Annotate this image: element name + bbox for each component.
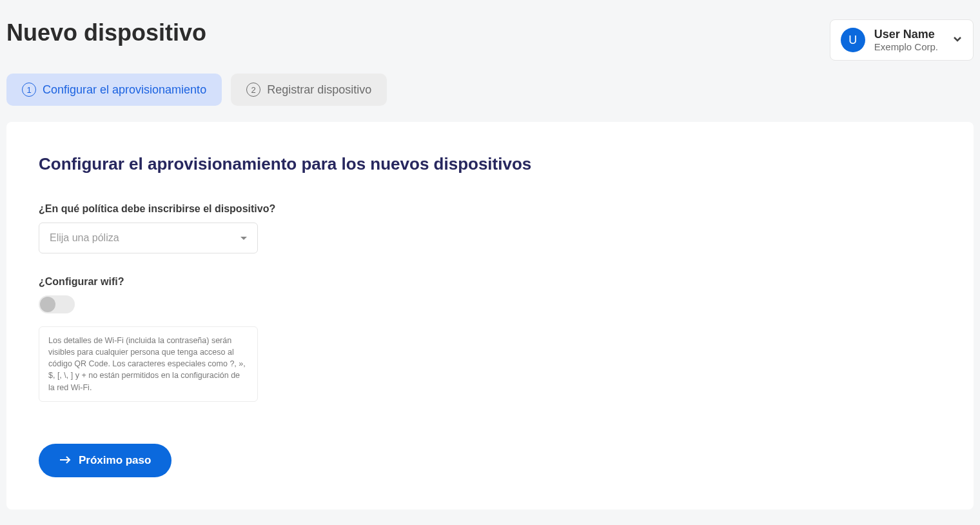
- tab-configure-provisioning[interactable]: 1 Configurar el aprovisionamiento: [6, 74, 222, 106]
- policy-select[interactable]: Elija una póliza: [39, 223, 258, 253]
- avatar: U: [841, 28, 865, 52]
- wifi-label: ¿Configurar wifi?: [39, 276, 941, 288]
- policy-label: ¿En qué política debe inscribirse el dis…: [39, 203, 941, 215]
- page-title: Nuevo dispositivo: [6, 19, 206, 46]
- panel-title: Configurar el aprovisionamiento para los…: [39, 154, 941, 174]
- dropdown-caret-icon: [240, 237, 247, 240]
- arrow-right-icon: [59, 454, 71, 467]
- wifi-toggle[interactable]: [39, 295, 75, 313]
- wifi-info-box: Los detalles de Wi-Fi (incluida la contr…: [39, 326, 258, 402]
- user-menu[interactable]: U User Name Exemplo Corp.: [830, 19, 974, 61]
- policy-select-placeholder: Elija una póliza: [50, 232, 119, 244]
- step-number-icon: 2: [246, 83, 260, 97]
- tab-register-device[interactable]: 2 Registrar dispositivo: [231, 74, 387, 106]
- step-number-icon: 1: [22, 83, 36, 97]
- next-step-button[interactable]: Próximo paso: [39, 444, 172, 477]
- chevron-down-icon: [952, 34, 963, 46]
- user-name: User Name: [874, 28, 938, 41]
- toggle-knob: [40, 297, 55, 312]
- tab-label: Registrar dispositivo: [267, 83, 371, 97]
- main-panel: Configurar el aprovisionamiento para los…: [6, 122, 974, 510]
- next-button-label: Próximo paso: [79, 454, 151, 467]
- tab-label: Configurar el aprovisionamiento: [43, 83, 206, 97]
- user-company: Exemplo Corp.: [874, 41, 938, 52]
